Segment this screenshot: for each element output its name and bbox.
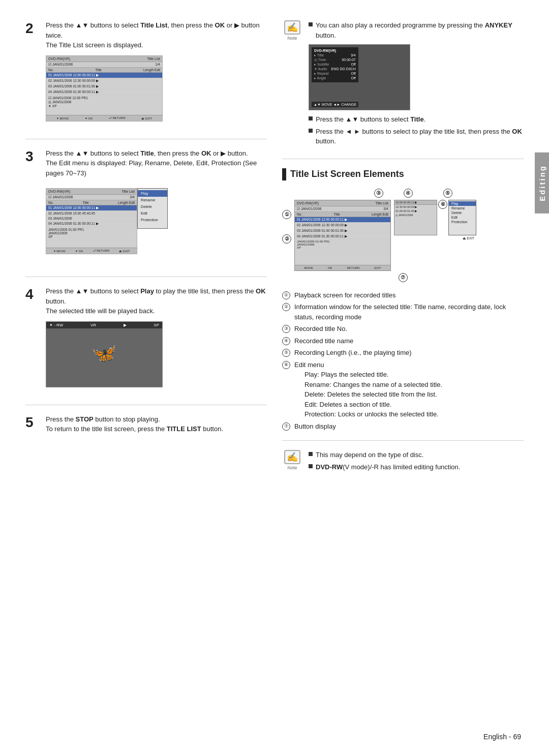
page-number: English - 69 xyxy=(483,733,521,741)
divider-right-2 xyxy=(282,440,524,441)
bottom-circle-wrap: ⑦ xyxy=(282,273,524,282)
menu-item-rename: Rename xyxy=(138,197,167,203)
list-item-2: ② Information window for the selected ti… xyxy=(282,302,524,322)
title-list-screen-2: DVD-RW(VR) Title List ☑ JAN/01/2006 3/4 … xyxy=(46,188,137,254)
list-item-5: ⑤ Recording Length (i.e., the playing ti… xyxy=(282,348,524,358)
dvd-move-bar: ▲▼ MOVE ◄► CHANGE xyxy=(312,102,358,107)
overlay-row-repeat: ▸ RepeatOff xyxy=(314,72,356,76)
num-2: ② xyxy=(282,303,290,311)
diag-cols: No.TitleLength Edit xyxy=(295,212,390,217)
note-bottom-text-2: DVD-RW(V mode)/-R has limited editing fu… xyxy=(316,462,460,472)
dvd-screen-right: DVD-RW(VR) ▸ Title3/4 ◎ Time00:00:07 ▸ S… xyxy=(309,44,410,110)
num-1: ① xyxy=(282,291,290,299)
list-text-1: Playback screen for recorded titles xyxy=(294,290,395,300)
screen-subheader: ☑ JAN/01/2006 1/4 xyxy=(46,62,162,68)
overlay-row-angle: ▸ AngleOff xyxy=(314,76,356,80)
diag-row-2: 02 JAN/01/2006 12:30 00:00:09 ▶ xyxy=(295,223,390,228)
step-4-content: Press the ▲▼ buttons to select Play to p… xyxy=(46,286,267,392)
note-bullet-1-text: You can also play a recorded programme b… xyxy=(316,20,524,40)
list-text-2: Information window for the selected titl… xyxy=(294,302,524,322)
diag-sub-screen: 15:00 00:00:11 ▶ 12:30 00:00:09 ▶ 01:00 … xyxy=(394,200,437,235)
list-text-6-wrap: Edit menu Play: Plays the selected title… xyxy=(294,360,442,419)
exit-label: ⏏ EXIT xyxy=(394,236,476,240)
note-content-bottom: This may depend on the type of disc. DVD… xyxy=(309,450,524,474)
section-title: Title List Screen Elements xyxy=(282,168,524,180)
screen2-info: JAN/01/2006 01:00 PR1 JAN/01/2006 XP xyxy=(46,227,137,239)
divider-2 xyxy=(25,277,267,277)
step-2: 2 Press the ▲▼ buttons to select Title L… xyxy=(25,20,267,127)
menu-item-play: Play xyxy=(138,190,167,197)
diag-menu-protection: Protection xyxy=(449,220,476,224)
title-list-screen-1: DVD-RW(VR) Title List ☑ JAN/01/2006 1/4 … xyxy=(46,55,163,122)
step-5-text: Press the STOP button to stop playing. T… xyxy=(46,414,267,434)
menu-item-protection: Protection xyxy=(138,217,167,223)
editing-tab: Editing xyxy=(535,153,549,214)
diag-row-3: 03 JAN/01/2006 01:00 00:01:36 ▶ xyxy=(295,228,390,234)
step-2-content: Press the ▲▼ buttons to select Title Lis… xyxy=(46,20,267,127)
step-2-text: Press the ▲▼ buttons to select Title Lis… xyxy=(46,20,267,50)
num-3: ③ xyxy=(282,325,290,333)
list-text-4: Recorded title name xyxy=(294,336,353,346)
circle-5: ⑤ xyxy=(443,189,452,198)
bullet-sq-3 xyxy=(309,129,313,133)
num-7: ⑦ xyxy=(282,422,290,431)
diag-edit-menu: Play Rename Delete Edit Protection xyxy=(448,200,476,235)
note-icon-bottom: ✍ Note xyxy=(282,450,302,470)
circle-2: ② xyxy=(282,234,291,244)
screen2-row-1: 01 JAN/01/2006 12:00 00:00:11 ▶ xyxy=(46,205,137,211)
numbered-list: ① Playback screen for recorded titles ② … xyxy=(282,290,524,432)
note-symbol-bottom: ✍ xyxy=(284,450,300,464)
list-sub-4: Edit: Deletes a section of title. xyxy=(294,400,442,410)
note-bullet-3-text: Press the ◄ ► buttons to select to play … xyxy=(316,127,524,146)
right-screens: 15:00 00:00:11 ▶ 12:30 00:00:09 ▶ 01:00 … xyxy=(394,200,476,240)
circle-6-wrap: ⑥ xyxy=(438,200,447,209)
bullet-sq-5 xyxy=(309,464,313,468)
divider-3 xyxy=(25,405,267,405)
num-4: ④ xyxy=(282,337,290,345)
diag-menu-play: Play xyxy=(449,201,476,206)
list-text-5: Recording Length (i.e., the playing time… xyxy=(294,348,412,358)
step-3-content: Press the ▲▼ buttons to select Title, th… xyxy=(46,148,267,265)
butterfly-image: 🦋 xyxy=(46,322,162,387)
screen-info: ☑ JAN/01/2006 12:00 PR1 ◎ JAN/01/2006 ✦ … xyxy=(46,95,162,109)
step-4-text: Press the ▲▼ buttons to select Play to p… xyxy=(46,286,267,316)
note-box-bottom: ✍ Note This may depend on the type of di… xyxy=(282,450,524,474)
screen-row-4: 04 JAN/01/2006 01:30 00:00:11 ▶ xyxy=(46,89,162,95)
list-item-1: ① Playback screen for recorded titles xyxy=(282,290,524,300)
list-item-7: ⑦ Button display xyxy=(282,421,524,432)
step-number-4: 4 xyxy=(25,287,40,392)
num-6: ⑥ xyxy=(282,361,290,369)
butterfly-icon: 🦋 xyxy=(92,341,117,365)
note-label-bottom: Note xyxy=(287,465,297,470)
note-icon-top: ✍ Note xyxy=(282,20,302,41)
list-text-7: Button display xyxy=(294,421,336,432)
screen-cols: No.TitleLength Edit xyxy=(46,68,162,73)
screen-row-1: 01 JAN/01/2006 12:00 00:00:11 ▶ xyxy=(46,73,162,78)
diagram-container: ③ ④ ⑤ ① ② DVD-RW(VR) Title List xyxy=(282,189,524,282)
bullet-sq-1 xyxy=(309,22,313,26)
circle-7: ⑦ xyxy=(399,273,408,282)
note-bullet-2: Press the ▲▼ buttons to select Title. xyxy=(309,114,524,125)
screen2-header: DVD-RW(VR) Title List xyxy=(46,189,137,195)
screen-header: DVD-RW(VR) Title List xyxy=(46,56,162,62)
bullet-sq-4 xyxy=(309,452,313,456)
bullet-sq-2 xyxy=(309,116,313,120)
circle-1: ① xyxy=(282,210,291,219)
step-3: 3 Press the ▲▼ buttons to select Title, … xyxy=(25,148,267,265)
list-item-3: ③ Recorded title No. xyxy=(282,324,524,334)
list-sub-2: Rename: Changes the name of a selected t… xyxy=(294,380,442,390)
diag-row-1: 01 JAN/01/2006 12:00 00:00:11 ▶ xyxy=(295,217,390,223)
overlay-row-subtitle: ▸ SubtitleOff xyxy=(314,63,356,67)
divider-right-1 xyxy=(282,159,524,159)
screen2-footer: ✦ MOVE✦ OK⮐ RETURN⏏ EXIT xyxy=(46,248,137,254)
screen2-row-3: 03 JAN/01/2006 xyxy=(46,216,137,221)
num-5: ⑤ xyxy=(282,349,290,357)
section-heading: Title List Screen Elements xyxy=(290,169,404,179)
circle-6: ⑥ xyxy=(438,200,447,209)
diag-subheader: ☑ JAN/01/2006 3/4 xyxy=(295,206,390,212)
screen-row-2: 02 JAN/01/2006 12:30 00:00:09 ▶ xyxy=(46,78,162,84)
diagram-row: ① ② DVD-RW(VR) Title List ☑ JAN/01/2006 … xyxy=(282,200,524,271)
menu-item-delete: Delete xyxy=(138,203,167,210)
left-circle-labels: ① ② xyxy=(282,210,291,244)
diag-info: JAN/01/2006 01:00 PR1 JAN/01/2006 XP xyxy=(295,239,390,250)
